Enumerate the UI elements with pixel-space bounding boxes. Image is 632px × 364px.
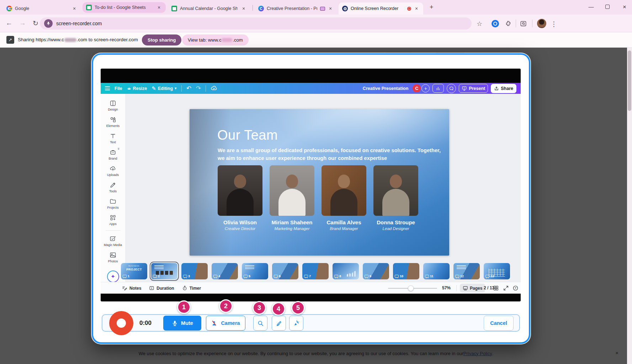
comments-button[interactable] (447, 84, 456, 93)
scrollbar-thumb[interactable] (628, 50, 631, 111)
tab-close-icon[interactable]: × (413, 5, 420, 12)
cancel-button[interactable]: Cancel (484, 316, 514, 331)
slide-thumbnail-1[interactable]: BUSINESS PROJECT 1 (121, 263, 147, 279)
member-photo (373, 165, 418, 216)
resize-menu[interactable]: Resize (127, 86, 147, 91)
record-stop-button[interactable] (109, 311, 133, 335)
sharing-message: Sharing https://www.c.com to screen-reco… (18, 37, 138, 42)
mic-permission-icon[interactable] (44, 19, 53, 28)
slide-thumbnail-6[interactable]: 6 (272, 263, 298, 279)
sidebar-item-magic-media[interactable]: Magic Media (101, 233, 125, 249)
slide-thumbnail-3[interactable]: 3 (181, 263, 208, 279)
file-menu[interactable]: File (115, 86, 122, 91)
url-text: screen-recorder.com (56, 21, 102, 26)
tab-creative-presentation[interactable]: C Creative Presentation - Pres × (255, 2, 337, 15)
slide-title: Our Team (217, 128, 278, 143)
timer-button[interactable]: Timer (182, 285, 201, 291)
help-button[interactable]: ? (512, 285, 519, 292)
pages-view-button[interactable]: Pages (460, 284, 485, 293)
tab-separator (253, 5, 253, 11)
redo-icon[interactable]: ↷ (196, 85, 201, 92)
slide-thumbnail-2-selected[interactable]: 2 (151, 263, 177, 279)
sidebar-item-projects[interactable]: Projects (101, 196, 125, 212)
side-panel-search-icon[interactable] (520, 20, 526, 27)
window-close-button[interactable]: × (620, 4, 630, 11)
tab-close-icon[interactable]: × (156, 4, 162, 11)
new-tab-button[interactable]: + (430, 4, 434, 10)
help-icon: ? (512, 285, 519, 291)
photos-icon (110, 252, 116, 258)
insights-button[interactable] (432, 84, 444, 93)
slide-thumbnail-12[interactable]: 12 (453, 263, 480, 279)
camera-off-icon (211, 320, 218, 327)
reload-icon[interactable]: ↻ (33, 19, 38, 27)
sidebar-item-brand[interactable]: ♛ Brand (101, 146, 125, 163)
slide-thumbnail-11[interactable]: 11 (423, 263, 450, 279)
tab-bar: Google × To-do list - Google Sheets × An… (0, 0, 632, 15)
slide-thumbnail-9[interactable]: 9 (363, 263, 389, 279)
confetti-tool-button[interactable] (289, 316, 303, 331)
team-member: Donna Stroupe Lead Designer (373, 165, 418, 231)
sidebar-item-uploads[interactable]: Uploads (101, 163, 125, 179)
toolbar-divider (532, 20, 532, 27)
duration-button[interactable]: Duration (149, 285, 174, 291)
draw-tool-button[interactable] (272, 316, 286, 331)
undo-icon[interactable]: ↶ (186, 85, 191, 92)
window-minimize-button[interactable]: — (586, 4, 596, 10)
grid-view-button[interactable] (493, 285, 499, 292)
add-collaborator-button[interactable]: + (421, 84, 430, 92)
slide-thumbnail-10[interactable]: 10 (393, 263, 419, 279)
tab-todo-list[interactable]: To-do list - Google Sheets × (83, 2, 166, 13)
slide-thumbnail-5[interactable]: 5 (242, 263, 268, 279)
collaborator-avatar[interactable]: C (413, 84, 421, 92)
tab-title: Annual Calendar - Google Shee (180, 6, 238, 11)
slide-icon (365, 275, 368, 278)
camera-button[interactable]: Camera (206, 316, 245, 331)
mute-button[interactable]: Mute (163, 316, 201, 331)
sidebar-item-elements[interactable]: Elements (101, 114, 125, 130)
forward-icon[interactable]: → (19, 19, 26, 27)
sidebar-item-text[interactable]: Text (101, 130, 125, 146)
zoom-slider[interactable] (388, 288, 437, 289)
slide-thumbnail-8[interactable]: 8 (333, 263, 359, 279)
tab-annual-calendar[interactable]: Annual Calendar - Google Shee × (168, 2, 250, 15)
browser-menu-icon[interactable]: ⋮ (551, 20, 557, 28)
menu-hamburger-icon[interactable] (105, 86, 110, 90)
slide-thumbnail-7[interactable]: 7 (302, 263, 329, 279)
slide-thumbnail-4[interactable]: 4 (212, 263, 238, 279)
address-input[interactable]: screen-recorder.com (40, 17, 472, 30)
extensions-puzzle-icon[interactable] (505, 20, 511, 27)
slide-thumbnail-13[interactable]: 13 (484, 263, 510, 279)
member-role: Brand Manager (330, 226, 358, 231)
tab-online-screen-recorder[interactable]: Online Screen Recorder × (339, 2, 423, 15)
view-tab-button[interactable]: View tab: www.c.com (182, 34, 249, 46)
slide-icon (395, 275, 399, 278)
zoom-slider-knob[interactable] (408, 285, 414, 291)
slide-subtitle-line1: We are a small group of dedicated profes… (218, 148, 441, 153)
tab-title: Google (15, 6, 68, 11)
tab-close-icon[interactable]: × (240, 5, 247, 12)
tab-close-icon[interactable]: × (327, 5, 334, 12)
tab-google[interactable]: Google × (3, 2, 81, 15)
back-icon[interactable]: ← (6, 19, 12, 27)
sidebar-item-design[interactable]: Design (101, 97, 125, 114)
slide-canvas[interactable]: Our Team We are a small group of dedicat… (190, 109, 449, 256)
sidebar-item-apps[interactable]: Apps (101, 212, 125, 228)
profile-avatar[interactable] (537, 19, 546, 28)
magic-assistant-button[interactable]: ✦ (107, 271, 119, 283)
zoom-tool-button[interactable] (253, 316, 267, 331)
sidebar-item-tools[interactable]: Tools (101, 179, 125, 196)
bookmark-star-icon[interactable]: ☆ (477, 20, 482, 28)
slide-subtitle-line2: we aim to enhance user experience throug… (218, 155, 387, 161)
tab-close-icon[interactable]: × (71, 5, 78, 12)
extension-icon[interactable] (492, 20, 499, 27)
present-button[interactable]: Present (459, 84, 488, 93)
document-title[interactable]: Creative Presentation (363, 86, 409, 91)
page-scrollbar[interactable] (627, 48, 632, 364)
notes-button[interactable]: Notes (122, 285, 141, 291)
stop-sharing-button[interactable]: Stop sharing (142, 34, 181, 46)
window-maximize-button[interactable] (605, 5, 610, 9)
editing-mode-dropdown[interactable]: ✎ Editing ▾ (152, 85, 176, 92)
share-button[interactable]: Share (491, 84, 516, 93)
fullscreen-button[interactable] (503, 285, 509, 292)
